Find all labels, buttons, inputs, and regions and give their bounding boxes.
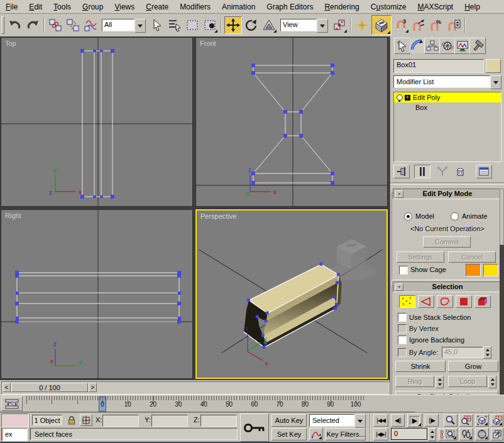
key-filters-button[interactable]: Key Filters... xyxy=(326,428,366,440)
previous-frame-button[interactable]: ◀|| xyxy=(391,414,405,427)
bind-to-space-warp-button[interactable] xyxy=(82,17,99,33)
menu-item-maxscript[interactable]: MAXScript xyxy=(412,1,459,13)
select-and-manipulate-button[interactable] xyxy=(354,17,370,33)
viewport-perspective[interactable]: z y x Perspective xyxy=(195,209,388,379)
menu-item-create[interactable]: Create xyxy=(140,1,174,13)
menu-item-edit[interactable]: Edit xyxy=(23,1,48,13)
modifier-list-dropdown[interactable]: Modifier List xyxy=(393,75,501,88)
next-frame-arrow[interactable]: > xyxy=(89,383,97,392)
previous-frame-arrow[interactable]: < xyxy=(3,383,11,392)
use-stack-selection-label[interactable]: Use Stack Selection xyxy=(409,314,471,321)
visibility-bulb-icon[interactable] xyxy=(397,94,403,101)
absolute-offset-mode-toggle[interactable] xyxy=(80,414,92,426)
ring-spinner[interactable] xyxy=(436,376,444,388)
pan-view-button[interactable] xyxy=(459,428,473,440)
menu-item-help[interactable]: Help xyxy=(459,1,486,13)
by-angle-value-field[interactable]: 45,0 xyxy=(442,347,483,358)
menu-item-graph-editors[interactable]: Graph Editors xyxy=(261,1,319,13)
keyboard-shortcut-override-toggle[interactable] xyxy=(371,15,392,35)
viewport-label-perspective[interactable]: Perspective xyxy=(200,212,236,220)
tab-create[interactable] xyxy=(394,38,410,54)
set-key-mode-button[interactable] xyxy=(240,413,269,442)
by-angle-spinner[interactable] xyxy=(483,346,491,359)
frame-spinner[interactable] xyxy=(428,428,436,441)
modifier-list-arrow[interactable] xyxy=(490,75,501,89)
tab-display[interactable] xyxy=(454,38,471,54)
open-mini-curve-editor-button[interactable] xyxy=(1,397,23,411)
commit-button[interactable]: Commit xyxy=(423,236,471,248)
maxscript-mini-listener[interactable]: ex xyxy=(1,428,28,441)
set-key-toggle[interactable]: Set Key xyxy=(271,428,307,440)
viewport-label-right[interactable]: Right xyxy=(5,212,21,219)
z-coordinate-field[interactable] xyxy=(200,415,237,427)
menu-item-views[interactable]: Views xyxy=(109,1,140,13)
edit-poly-mode-header[interactable]: - Edit Poly Mode xyxy=(393,189,502,199)
default-tangents-button[interactable] xyxy=(309,428,323,440)
collapse-icon[interactable]: - xyxy=(395,283,403,291)
reference-coordinate-combo[interactable]: View xyxy=(280,19,328,31)
go-to-start-button[interactable]: |◀◀ xyxy=(373,414,388,427)
menu-item-file[interactable]: File xyxy=(0,1,23,13)
key-mode-combo[interactable]: Selected xyxy=(309,414,366,427)
make-unique-button[interactable] xyxy=(434,165,451,178)
zoom-region-button[interactable] xyxy=(444,428,457,440)
use-pivot-point-center-button[interactable] xyxy=(331,17,348,33)
selection-filter-dropdown-arrow[interactable] xyxy=(134,19,146,33)
configure-modifier-sets-button[interactable] xyxy=(476,165,492,178)
object-color-swatch[interactable] xyxy=(486,59,501,73)
viewport-label-front[interactable]: Front xyxy=(200,40,216,47)
object-name-field[interactable]: Box01 xyxy=(393,59,484,73)
time-slider-handle[interactable]: 0 / 100 xyxy=(11,383,88,392)
percent-snap-toggle-button[interactable]: % xyxy=(428,17,444,33)
select-and-move-button[interactable] xyxy=(224,16,242,34)
use-stack-selection-checkbox[interactable] xyxy=(398,313,407,322)
settings-button[interactable]: Settings xyxy=(397,251,444,263)
zoom-extents-all-button[interactable] xyxy=(491,414,503,427)
show-cage-label[interactable]: Show Cage xyxy=(410,266,446,273)
track-bar[interactable]: 0102030405060708090100 xyxy=(0,395,504,413)
auto-key-toggle[interactable]: Auto Key xyxy=(271,414,307,427)
model-label[interactable]: Model xyxy=(415,212,434,220)
selection-lock-toggle[interactable] xyxy=(65,414,77,426)
snaps-toggle-button[interactable]: 3 xyxy=(393,17,409,33)
macro-recorder-pane[interactable] xyxy=(1,413,29,427)
key-mode-toggle-button[interactable]: |◀▶| xyxy=(373,428,388,440)
edge-subobject-button[interactable] xyxy=(418,295,434,308)
menu-item-rendering[interactable]: Rendering xyxy=(319,1,364,13)
by-vertex-checkbox[interactable] xyxy=(398,324,407,333)
redo-button[interactable] xyxy=(25,17,41,33)
select-and-rotate-button[interactable] xyxy=(243,17,260,33)
undo-button[interactable] xyxy=(7,17,23,33)
selection-filter-combo[interactable]: All xyxy=(102,19,146,31)
reference-coordinate-dropdown-arrow[interactable] xyxy=(317,19,328,33)
panel-scrollbar[interactable] xyxy=(500,189,504,412)
zoom-button[interactable] xyxy=(444,414,457,427)
show-end-result-button[interactable] xyxy=(414,165,430,178)
window-crossing-toggle[interactable] xyxy=(202,17,218,33)
cage-selected-color-swatch[interactable] xyxy=(483,264,498,276)
show-cage-checkbox[interactable] xyxy=(399,266,408,275)
ignore-backfacing-label[interactable]: Ignore Backfacing xyxy=(409,336,464,344)
next-frame-button[interactable]: ||▶ xyxy=(425,414,439,427)
border-subobject-button[interactable] xyxy=(437,295,453,308)
menu-item-customize[interactable]: Customize xyxy=(365,1,412,13)
tab-utilities[interactable] xyxy=(469,38,486,54)
loop-button[interactable]: Loop xyxy=(448,376,487,387)
modifier-stack-item-edit-poly[interactable]: +Edit Poly xyxy=(394,92,501,102)
unlink-selection-button[interactable] xyxy=(65,17,81,33)
play-animation-button[interactable]: ▶ xyxy=(407,413,422,427)
viewport-label-top[interactable]: Top xyxy=(5,40,16,47)
polygon-subobject-button[interactable] xyxy=(456,295,472,308)
ignore-backfacing-checkbox[interactable] xyxy=(398,336,407,344)
select-by-name-button[interactable] xyxy=(167,17,183,33)
remove-modifier-button[interactable] xyxy=(452,165,468,178)
viewport-front[interactable]: z x y Front xyxy=(195,37,388,207)
grow-button[interactable]: Grow xyxy=(448,361,498,372)
menu-item-tools[interactable]: Tools xyxy=(48,1,77,13)
tab-hierarchy[interactable] xyxy=(424,38,441,54)
maximize-viewport-toggle[interactable] xyxy=(491,428,503,440)
menu-item-modifiers[interactable]: Modifiers xyxy=(174,1,216,13)
element-subobject-button[interactable] xyxy=(474,295,491,308)
collapse-icon[interactable]: - xyxy=(395,190,403,198)
zoom-all-button[interactable] xyxy=(459,414,473,427)
